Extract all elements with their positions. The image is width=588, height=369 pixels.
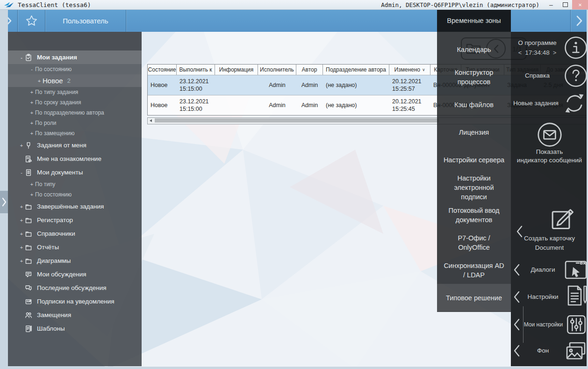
column-header[interactable]: Выполнить к: [177, 65, 215, 75]
chevron-left-icon[interactable]: [511, 345, 522, 357]
submenu-item[interactable]: Потоковый ввод документов: [437, 201, 511, 229]
submenu-item[interactable]: Типовое решение: [437, 284, 511, 311]
tree-expander[interactable]: +: [18, 258, 25, 264]
tree-expander[interactable]: +: [18, 217, 25, 223]
table-cell: 23.12.2021 15:15:00: [177, 75, 215, 95]
settings-button[interactable]: Настройки: [511, 283, 588, 311]
refresh-icon: [561, 90, 588, 117]
create-card-button[interactable]: Создать карточку Document: [511, 203, 588, 255]
submenu-item[interactable]: Кэш файлов: [437, 91, 511, 118]
message-indicator-label-1: Показать: [511, 148, 588, 156]
sidebar-item[interactable]: Шаблоны: [8, 322, 142, 335]
column-header[interactable]: Информация: [215, 65, 258, 75]
submenu-item[interactable]: Р7-Офис / OnlyOffice: [437, 229, 511, 256]
about-label: О программе: [511, 39, 564, 47]
sidebar-item-label: Справочники: [37, 230, 75, 237]
dialogs-button[interactable]: Диалоги: [511, 258, 588, 282]
sidebar-item-label: Задания от меня: [37, 142, 86, 149]
submenu-item-label: Кэш файлов: [454, 100, 494, 109]
help-button[interactable]: Справка: [511, 63, 588, 89]
submenu-item[interactable]: Настройки электронной подписи: [437, 174, 511, 201]
sidebar-item-label: По типу: [35, 181, 55, 188]
column-header[interactable]: Изменено∨: [389, 65, 430, 75]
background-button[interactable]: Фон: [511, 338, 588, 363]
tree-expander[interactable]: +: [29, 120, 35, 126]
sidebar-item[interactable]: +По состоянию: [8, 189, 142, 200]
sidebar-item[interactable]: +Регистратор: [8, 213, 142, 227]
sidebar-item[interactable]: Последние обсуждения: [8, 281, 142, 295]
column-header[interactable]: Автор: [296, 65, 323, 75]
tree-expander[interactable]: -: [18, 170, 25, 175]
sidebar-item[interactable]: -Мои задания: [8, 51, 142, 64]
my-settings-button[interactable]: Мои настройки: [511, 312, 588, 337]
tree-expander[interactable]: +: [29, 192, 35, 197]
sidebar-item-label: По подразделению автора: [35, 109, 104, 116]
sidebar-item[interactable]: +Завершённые задания: [8, 200, 142, 213]
sidebar-item[interactable]: +По роли: [8, 118, 142, 128]
submenu-item-label: Типовое решение: [446, 293, 502, 303]
tree-expander[interactable]: +: [18, 231, 25, 237]
right-panel: О программе < 17:34:48 > Справка Новые з…: [511, 32, 588, 366]
favorites-button[interactable]: [18, 9, 45, 32]
tree-expander[interactable]: +: [29, 89, 35, 95]
sidebar-item-label: Мои задания: [37, 54, 77, 61]
minimize-button[interactable]: –: [544, 0, 558, 9]
column-header[interactable]: Подразделение автора: [323, 65, 389, 75]
sidebar-item[interactable]: Мне на ознакомление: [8, 152, 142, 166]
column-header[interactable]: Исполнитель: [258, 65, 296, 75]
tree-expander[interactable]: +: [29, 110, 35, 116]
maximize-button[interactable]: [558, 0, 572, 9]
sidebar-item[interactable]: -Мои документы: [8, 166, 142, 179]
sidebar-item[interactable]: +Задания от меня: [8, 138, 142, 152]
submenu-item[interactable]: Синхронизация AD / LDAP: [437, 256, 511, 284]
chevron-left-icon[interactable]: [511, 291, 522, 303]
tree-expander[interactable]: -: [18, 55, 25, 60]
folder-icon: [25, 230, 34, 238]
scroll-left-arrow[interactable]: [150, 119, 152, 122]
sidebar-item[interactable]: +Справочники: [8, 227, 142, 240]
chevron-left-icon[interactable]: [511, 318, 522, 331]
toolbar-right-expand-button[interactable]: [571, 9, 588, 32]
tree-expander[interactable]: +: [18, 245, 25, 250]
submenu-item[interactable]: Календарь: [437, 36, 511, 63]
sidebar-item[interactable]: +По замещению: [8, 128, 142, 138]
column-header[interactable]: Состояние: [148, 65, 177, 75]
sidebar-item-label: По состоянию: [35, 191, 72, 198]
app-logo-icon: [4, 1, 14, 8]
tree-expander[interactable]: +: [29, 181, 35, 187]
scrollbar-thumb[interactable]: [155, 118, 439, 123]
sidebar-item[interactable]: +По подразделению автора: [8, 108, 142, 118]
tree-expander[interactable]: +: [18, 143, 25, 148]
submenu-item[interactable]: Лицензия: [437, 118, 511, 146]
submenu-item[interactable]: Временные зоны: [437, 9, 511, 32]
sidebar-item-label: Замещения: [37, 311, 71, 318]
sidebar-item[interactable]: +Новое2: [8, 74, 142, 87]
next-timezone-button[interactable]: >: [553, 49, 557, 57]
tree-expander[interactable]: +: [29, 100, 35, 105]
sidebar-collapse-handle[interactable]: [0, 191, 8, 213]
sidebar-item[interactable]: Замещения: [8, 308, 142, 322]
sidebar-item[interactable]: +По типу: [8, 179, 142, 189]
sidebar-item[interactable]: -По состоянию: [8, 64, 142, 74]
sidebar-item-label: Мне на ознакомление: [37, 155, 101, 162]
new-tasks-button[interactable]: Новые задания: [511, 89, 588, 118]
tab-user[interactable]: Пользователь: [45, 9, 126, 32]
message-indicator-button[interactable]: Показать индикатор сообщений: [511, 122, 588, 196]
submenu-item[interactable]: Конструктор процессов: [437, 63, 511, 91]
sidebar-item[interactable]: +По типу задания: [8, 87, 142, 97]
info-icon[interactable]: [564, 36, 588, 60]
prev-timezone-button[interactable]: <: [518, 49, 522, 57]
chevron-left-icon[interactable]: [511, 264, 522, 276]
tree-expander[interactable]: +: [29, 130, 35, 136]
submenu-item[interactable]: Настройки сервера: [437, 146, 511, 174]
sidebar-item[interactable]: Подписки на уведомления: [8, 295, 142, 308]
sidebar-item[interactable]: +По сроку задания: [8, 97, 142, 108]
sidebar-item[interactable]: +Отчёты: [8, 240, 142, 254]
tree-expander[interactable]: +: [36, 78, 43, 84]
tree-expander[interactable]: +: [18, 204, 25, 210]
tree-expander[interactable]: -: [29, 66, 35, 72]
close-button[interactable]: ✕: [572, 0, 588, 9]
sidebar-item[interactable]: Мои обсуждения: [8, 268, 142, 281]
sidebar-item[interactable]: +Диаграммы: [8, 254, 142, 268]
about-block[interactable]: О программе < 17:34:48 >: [511, 35, 588, 61]
